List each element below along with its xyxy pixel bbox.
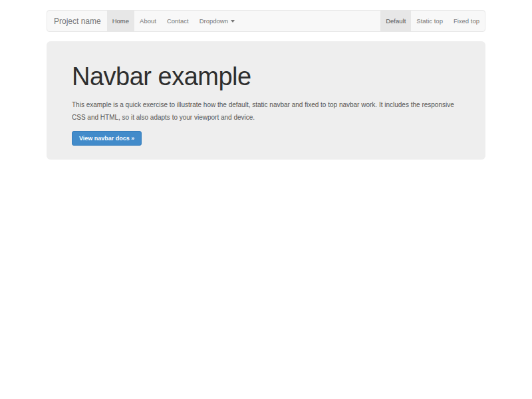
caret-down-icon (231, 20, 235, 23)
navbar-right-nav: Default Static top Fixed top (380, 11, 485, 31)
nav-item-default[interactable]: Default (380, 11, 411, 31)
nav-item-contact[interactable]: Contact (162, 11, 194, 31)
nav-item-fixed-top[interactable]: Fixed top (448, 11, 485, 31)
nav-item-about[interactable]: About (134, 11, 162, 31)
jumbotron: Navbar example This example is a quick e… (47, 41, 485, 160)
navbar-brand[interactable]: Project name (47, 11, 107, 31)
navbar: Project name Home About Contact Dropdown… (47, 10, 485, 32)
nav-item-home[interactable]: Home (107, 11, 134, 31)
view-navbar-docs-button[interactable]: View navbar docs » (72, 131, 142, 146)
page-title: Navbar example (72, 63, 460, 91)
page-container: Project name Home About Contact Dropdown… (47, 10, 485, 160)
nav-item-dropdown[interactable]: Dropdown (194, 11, 240, 31)
nav-item-static-top[interactable]: Static top (411, 11, 448, 31)
jumbotron-description: This example is a quick exercise to illu… (72, 98, 456, 124)
nav-item-dropdown-label: Dropdown (200, 17, 228, 25)
navbar-left-nav: Home About Contact Dropdown (107, 11, 240, 31)
